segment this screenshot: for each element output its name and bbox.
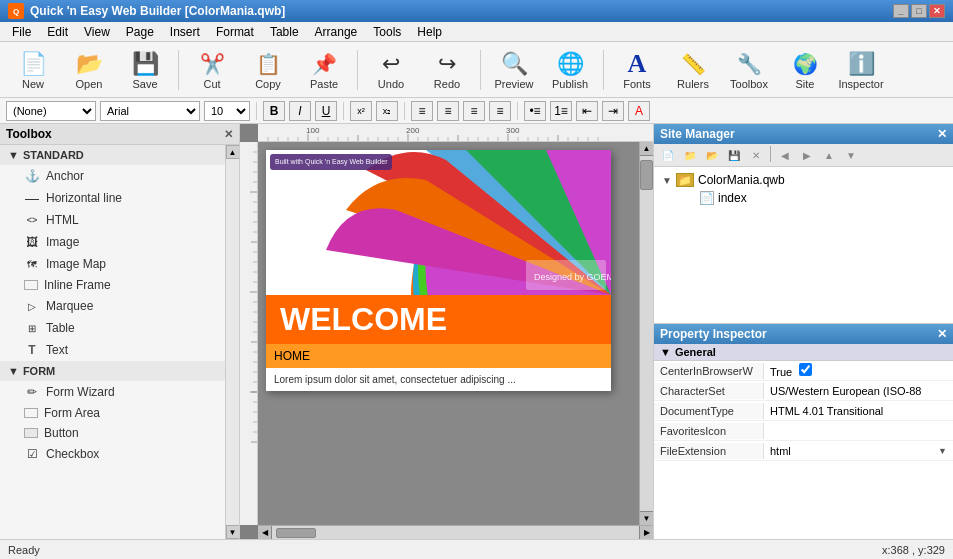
hscroll-left[interactable]: ◀ [258,526,272,540]
inline-frame-icon [24,280,38,290]
toolbox-item-checkbox[interactable]: ☑ Checkbox [0,443,225,465]
form-wizard-icon: ✏ [24,384,40,400]
sm-up-btn[interactable]: ▲ [819,146,839,164]
site-manager-title: Site Manager [660,127,735,141]
italic-button[interactable]: I [289,101,311,121]
save-button[interactable]: 💾 Save [118,46,172,94]
sm-down-btn[interactable]: ▼ [841,146,861,164]
menu-view[interactable]: View [76,23,118,41]
sm-fwd-btn[interactable]: ▶ [797,146,817,164]
fonts-button[interactable]: A Fonts [610,46,664,94]
align-right-button[interactable]: ≡ [463,101,485,121]
color-button[interactable]: A [628,101,650,121]
toolbox-item-text[interactable]: T Text [0,339,225,361]
redo-button[interactable]: ↪ Redo [420,46,474,94]
toolbox-section-form[interactable]: ▼ FORM [0,361,225,381]
vscroll-up[interactable]: ▲ [640,142,653,156]
toolbox-button[interactable]: 🔧 Toolbox [722,46,776,94]
publish-button[interactable]: 🌐 Publish [543,46,597,94]
ruler-horizontal: 100 200 300 [258,124,653,142]
rulers-button[interactable]: 📏 Rulers [666,46,720,94]
superscript-button[interactable]: x² [350,101,372,121]
format-bar: (None) Arial 10 B I U x² x₂ ≡ ≡ ≡ ≡ •≡ 1… [0,98,953,124]
menu-arrange[interactable]: Arrange [307,23,366,41]
format-sep-4 [517,102,518,120]
vscroll-thumb[interactable] [640,160,653,190]
site-manager-close[interactable]: ✕ [937,127,947,141]
maximize-button[interactable]: □ [911,4,927,18]
indent-left-button[interactable]: ⇤ [576,101,598,121]
tree-index[interactable]: 📄 index [682,189,949,207]
unordered-list-button[interactable]: •≡ [524,101,546,121]
menu-table[interactable]: Table [262,23,307,41]
cut-button[interactable]: ✂️ Cut [185,46,239,94]
sm-new-folder-btn[interactable]: 📁 [680,146,700,164]
menu-page[interactable]: Page [118,23,162,41]
scroll-up-button[interactable]: ▲ [226,145,240,159]
toolbox-item-form-area[interactable]: Form Area [0,403,225,423]
toolbox-item-image-map[interactable]: 🗺 Image Map [0,253,225,275]
vertical-scrollbar[interactable]: ▲ ▼ [639,142,653,525]
sm-open-btn[interactable]: 📂 [702,146,722,164]
format-sep-2 [343,102,344,120]
property-inspector-close[interactable]: ✕ [937,327,947,341]
scroll-down-button[interactable]: ▼ [226,525,240,539]
toolbox-section-standard[interactable]: ▼ STANDARD [0,145,225,165]
align-left-button[interactable]: ≡ [411,101,433,121]
indent-right-button[interactable]: ⇥ [602,101,624,121]
toolbox-item-html[interactable]: <> HTML [0,209,225,231]
menu-edit[interactable]: Edit [39,23,76,41]
align-center-button[interactable]: ≡ [437,101,459,121]
preview-button[interactable]: 🔍 Preview [487,46,541,94]
vscroll-down[interactable]: ▼ [640,511,653,525]
font-select[interactable]: Arial [100,101,200,121]
underline-button[interactable]: U [315,101,337,121]
sm-delete-btn[interactable]: ✕ [746,146,766,164]
sm-back-btn[interactable]: ◀ [775,146,795,164]
toolbox-close-button[interactable]: ✕ [224,128,233,141]
prop-value-0: True [764,361,953,380]
inspector-button[interactable]: ℹ️ Inspector [834,46,888,94]
prop-checkbox-center[interactable] [799,363,812,376]
toolbox-item-marquee[interactable]: ▷ Marquee [0,295,225,317]
toolbox-scrollbar[interactable]: ▲ ▼ [225,145,239,539]
tree-root[interactable]: ▼ 📁 ColorMania.qwb [658,171,949,189]
bold-button[interactable]: B [263,101,285,121]
minimize-button[interactable]: _ [893,4,909,18]
toolbox-item-image[interactable]: 🖼 Image [0,231,225,253]
paste-button[interactable]: 📌 Paste [297,46,351,94]
close-button[interactable]: ✕ [929,4,945,18]
menu-tools[interactable]: Tools [365,23,409,41]
ordered-list-button[interactable]: 1≡ [550,101,572,121]
menu-format[interactable]: Format [208,23,262,41]
hscroll-thumb[interactable] [276,528,316,538]
undo-icon: ↩ [377,50,405,78]
menu-help[interactable]: Help [409,23,450,41]
menu-insert[interactable]: Insert [162,23,208,41]
toolbox-item-horizontal-line[interactable]: — Horizontal line [0,187,225,209]
page-canvas: Built with Quick 'n Easy Web Builder [266,150,611,391]
undo-button[interactable]: ↩ Undo [364,46,418,94]
size-select[interactable]: 10 [204,101,250,121]
menu-file[interactable]: File [4,23,39,41]
style-select[interactable]: (None) [6,101,96,121]
copy-button[interactable]: 📋 Copy [241,46,295,94]
open-button[interactable]: 📂 Open [62,46,116,94]
toolbox-item-table[interactable]: ⊞ Table [0,317,225,339]
image-icon: 🖼 [24,234,40,250]
new-button[interactable]: 📄 New [6,46,60,94]
toolbox-item-inline-frame[interactable]: Inline Frame [0,275,225,295]
hscroll-right[interactable]: ▶ [639,526,653,540]
toolbox-item-form-wizard[interactable]: ✏ Form Wizard [0,381,225,403]
toolbox-item-anchor[interactable]: ⚓ Anchor [0,165,225,187]
svg-text:100: 100 [306,126,320,135]
sm-new-file-btn[interactable]: 📄 [658,146,678,164]
main-layout: Toolbox ✕ ▼ STANDARD ⚓ Anchor — Horizont… [0,124,953,539]
subscript-button[interactable]: x₂ [376,101,398,121]
align-justify-button[interactable]: ≡ [489,101,511,121]
horizontal-scrollbar[interactable]: ◀ ▶ [258,525,653,539]
toolbox-item-button[interactable]: Button [0,423,225,443]
site-button[interactable]: 🌍 Site [778,46,832,94]
prop-dropdown-arrow[interactable]: ▼ [938,446,947,456]
sm-save-btn[interactable]: 💾 [724,146,744,164]
